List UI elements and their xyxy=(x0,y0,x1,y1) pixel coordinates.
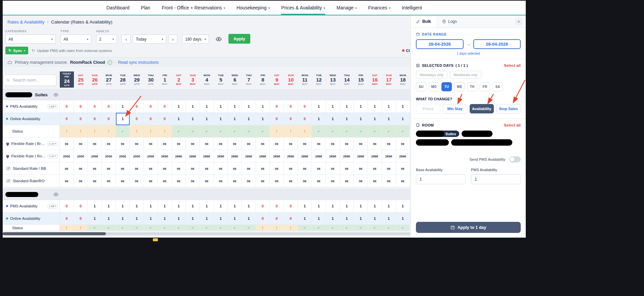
availability-cell[interactable]: 0 xyxy=(270,200,284,212)
search-room-field[interactable] xyxy=(12,78,53,83)
availability-cell[interactable]: 1 xyxy=(340,212,354,225)
availability-cell[interactable]: 1 xyxy=(144,212,158,225)
price-cell[interactable]: 200€ xyxy=(144,150,158,162)
room-chip[interactable] xyxy=(416,139,449,146)
price-cell[interactable]: 0€ xyxy=(256,162,270,175)
availability-cell[interactable]: 0 xyxy=(74,200,88,212)
nav-item-prices-availability[interactable]: Prices & Availability▾ xyxy=(281,1,325,15)
eye-icon[interactable] xyxy=(53,192,58,197)
availability-cell[interactable]: 1 xyxy=(354,212,368,225)
date-column-fri-24-apr[interactable]: TODAYFRI24APR xyxy=(60,71,74,88)
availability-cell[interactable]: 1 xyxy=(158,200,172,212)
availability-cell[interactable]: 1 xyxy=(214,212,228,225)
price-cell[interactable]: 0€ xyxy=(116,138,130,150)
price-cell[interactable]: 0€ xyxy=(186,175,200,187)
price-cell[interactable]: 0€ xyxy=(116,162,130,175)
price-cell[interactable]: 0€ xyxy=(284,138,298,150)
availability-cell[interactable]: 1 xyxy=(256,113,270,125)
search-room-input[interactable] xyxy=(3,75,56,86)
price-cell[interactable]: 0€ xyxy=(158,175,172,187)
price-cell[interactable]: 0€ xyxy=(214,138,228,150)
status-cell[interactable]: ✓ xyxy=(186,125,200,138)
availability-cell[interactable]: 1 xyxy=(172,200,186,212)
availability-cell[interactable]: 1 xyxy=(326,212,340,225)
price-cell[interactable]: 0€ xyxy=(130,175,144,187)
availability-cell[interactable]: 1 xyxy=(312,212,326,225)
availability-cell[interactable]: 0 xyxy=(144,113,158,125)
price-cell[interactable]: 200€ xyxy=(88,150,102,162)
availability-cell[interactable]: 1 xyxy=(172,100,186,113)
availability-cell[interactable]: 1 xyxy=(382,113,396,125)
price-cell[interactable]: 269€ xyxy=(284,150,298,162)
price-cell[interactable]: 269€ xyxy=(228,150,242,162)
availability-cell[interactable]: 1 xyxy=(228,100,242,113)
availability-cell[interactable]: 0 xyxy=(60,100,74,113)
price-cell[interactable]: 0€ xyxy=(130,162,144,175)
availability-cell[interactable]: 1 xyxy=(228,200,242,212)
sync-instructions-link[interactable]: Read sync instructions xyxy=(118,60,159,65)
availability-cell[interactable]: 0 xyxy=(102,113,116,125)
date-column-tue-28-apr[interactable]: TUE28APR xyxy=(116,71,130,88)
price-cell[interactable]: 0€ xyxy=(368,175,382,187)
date-column-thu-14-may[interactable]: THU14MAY xyxy=(340,71,354,88)
price-cell[interactable]: 269€ xyxy=(354,150,368,162)
date-to-input[interactable]: 28-04-2026 xyxy=(473,39,521,49)
scrollbar-thumb[interactable] xyxy=(3,232,106,235)
price-cell[interactable]: 0€ xyxy=(270,162,284,175)
availability-cell[interactable]: 1 xyxy=(214,200,228,212)
price-cell[interactable]: 0€ xyxy=(214,175,228,187)
availability-cell[interactable]: 0 xyxy=(256,200,270,212)
availability-cell[interactable]: 1 xyxy=(340,100,354,113)
availability-cell[interactable]: 0 xyxy=(284,113,298,125)
nav-item-finances[interactable]: Finances▾ xyxy=(368,1,390,15)
date-column-fri-8-may[interactable]: FRI8MAY xyxy=(256,71,270,88)
status-cell[interactable]: ! xyxy=(270,225,284,231)
price-cell[interactable]: 0€ xyxy=(158,138,172,150)
availability-cell[interactable]: 1 xyxy=(116,100,130,113)
categories-select[interactable]: All ▾ xyxy=(5,35,56,44)
status-cell[interactable]: ! xyxy=(60,125,74,138)
price-cell[interactable]: 0€ xyxy=(354,162,368,175)
availability-cell[interactable]: 1 xyxy=(340,200,354,212)
price-cell[interactable]: 0€ xyxy=(326,138,340,150)
select-all-rooms-link[interactable]: Select all xyxy=(504,123,521,127)
availability-cell[interactable]: 1 xyxy=(200,200,214,212)
availability-cell[interactable]: 0 xyxy=(284,200,298,212)
availability-cell[interactable]: 1 xyxy=(242,113,256,125)
availability-cell[interactable]: 1 xyxy=(242,212,256,225)
visibility-toggle-button[interactable] xyxy=(214,35,224,44)
availability-cell[interactable]: 1 xyxy=(382,212,396,225)
status-cell[interactable]: ! xyxy=(298,125,312,138)
date-column-fri-1-may[interactable]: FRI1MAY xyxy=(158,71,172,88)
price-cell[interactable]: 0€ xyxy=(354,138,368,150)
availability-cell[interactable]: 1 xyxy=(368,113,382,125)
eye-icon[interactable] xyxy=(53,92,58,97)
change-option-availability[interactable]: Availability xyxy=(470,104,494,113)
status-cell[interactable]: ✓ xyxy=(200,225,214,231)
price-cell[interactable]: 0€ xyxy=(298,175,312,187)
status-cell[interactable]: ! xyxy=(270,125,284,138)
price-cell[interactable]: 269€ xyxy=(200,150,214,162)
status-cell[interactable]: ✓ xyxy=(312,225,326,231)
nav-item-housekeeping[interactable]: Housekeeping▾ xyxy=(237,1,270,15)
day-button-fr[interactable]: FR xyxy=(480,82,490,91)
status-cell[interactable]: ✓ xyxy=(130,225,144,231)
availability-cell[interactable]: 1 xyxy=(116,212,130,225)
availability-cell[interactable]: 0 xyxy=(74,113,88,125)
availability-cell[interactable]: 1 xyxy=(312,200,326,212)
tab-logs[interactable]: Logs xyxy=(437,15,462,28)
availability-cell[interactable]: 0 xyxy=(60,113,74,125)
price-cell[interactable]: 0€ xyxy=(200,138,214,150)
price-cell[interactable]: 0€ xyxy=(144,175,158,187)
price-cell[interactable]: 0€ xyxy=(382,175,396,187)
price-cell[interactable]: 0€ xyxy=(354,175,368,187)
channel-count-badge[interactable]: LSB▾ xyxy=(48,104,57,109)
availability-cell[interactable]: 1 xyxy=(242,200,256,212)
price-cell[interactable]: 0€ xyxy=(172,162,186,175)
nav-item-front-office-reservations[interactable]: Front - Office + Reservations▾ xyxy=(162,1,225,15)
price-cell[interactable]: 0€ xyxy=(368,162,382,175)
price-cell[interactable]: 200€ xyxy=(130,150,144,162)
status-cell[interactable]: ✓ xyxy=(102,225,116,231)
date-column-sat-2-may[interactable]: SAT2MAY xyxy=(172,71,186,88)
price-cell[interactable]: 0€ xyxy=(158,162,172,175)
